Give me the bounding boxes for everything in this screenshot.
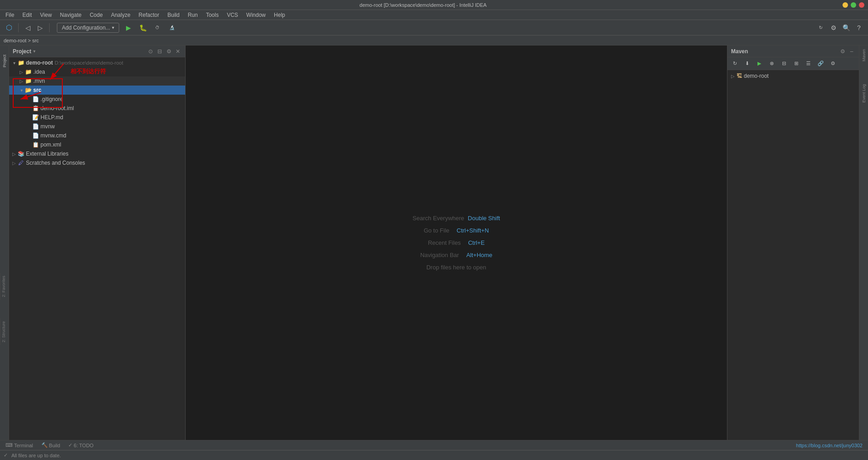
tree-item-mvnw[interactable]: 📄 mvnw bbox=[9, 122, 185, 131]
maven-download-button[interactable]: ⬇ bbox=[742, 58, 752, 69]
hint-shortcut-4: Alt+Home bbox=[466, 252, 492, 258]
forward-button[interactable]: ▷ bbox=[35, 22, 45, 33]
minimize-button[interactable] bbox=[843, 2, 848, 8]
maven-settings2-button[interactable]: ⚙ bbox=[828, 58, 838, 69]
menu-file[interactable]: File bbox=[2, 11, 18, 19]
maven-skip-button[interactable]: ⊗ bbox=[766, 58, 777, 69]
todo-tab[interactable]: ✓ 6: TODO bbox=[65, 441, 97, 450]
maven-root-item[interactable]: ▷ 🏗 demo-root bbox=[729, 72, 857, 80]
run-button[interactable]: ▶ bbox=[123, 22, 134, 33]
maven-minimize-button[interactable]: – bbox=[848, 48, 855, 55]
maven-tree: ▷ 🏗 demo-root bbox=[727, 70, 859, 440]
maven-settings-button[interactable]: ⚙ bbox=[839, 48, 846, 55]
status-msg: All files are up to date. bbox=[11, 453, 61, 458]
hint-shortcut-2: Ctrl+Shift+N bbox=[457, 227, 489, 234]
tree-item-idea[interactable]: ▷ 📁 .idea bbox=[9, 67, 185, 76]
file-icon-mvnw: 📄 bbox=[32, 123, 39, 130]
build-tab[interactable]: 🔨 Build bbox=[38, 441, 64, 450]
project-tab[interactable]: Project bbox=[1, 47, 8, 75]
terminal-icon: ⌨ bbox=[5, 442, 13, 448]
maven-link-button[interactable]: 🔗 bbox=[815, 58, 826, 69]
chevron-down-icon: ▾ bbox=[112, 25, 114, 30]
menu-navigate[interactable]: Navigate bbox=[56, 11, 85, 19]
tree-item-src[interactable]: ▾ 📂 src bbox=[9, 86, 185, 95]
status-left: ✓ All files are up to date. bbox=[4, 452, 61, 458]
tree-item-demo-root[interactable]: ▾ 📁 demo-root D:\workspace\demo\demo-roo… bbox=[9, 58, 185, 67]
maven-strip-tab[interactable]: Maven bbox=[862, 47, 866, 63]
maven-collapse-button[interactable]: ⊟ bbox=[778, 58, 789, 69]
right-strip: Maven Event Log bbox=[859, 45, 868, 440]
maven-run-button[interactable]: ▶ bbox=[754, 58, 765, 69]
profile-button[interactable]: ⏱ bbox=[152, 22, 163, 33]
editor-area[interactable]: Search Everywhere Double Shift Go to Fil… bbox=[186, 45, 727, 440]
favorites-strip[interactable]: 2: Favorites bbox=[0, 273, 8, 300]
maven-expand-button[interactable]: ⊞ bbox=[791, 58, 802, 69]
panel-collapse-button[interactable]: ⊟ bbox=[156, 48, 163, 55]
close-button[interactable] bbox=[859, 2, 864, 8]
update-project-button[interactable]: ↻ bbox=[815, 22, 826, 33]
maximize-button[interactable] bbox=[851, 2, 856, 8]
maven-root-arrow: ▷ bbox=[731, 74, 735, 79]
tree-item-mvnw-cmd[interactable]: 📄 mvnw.cmd bbox=[9, 131, 185, 140]
intellij-logo: ⬡ bbox=[4, 22, 15, 33]
settings-button[interactable]: ⚙ bbox=[828, 22, 839, 33]
panel-close-button[interactable]: ✕ bbox=[174, 48, 182, 55]
scratches-icon: 🖊 bbox=[17, 159, 25, 167]
url-text: https://blog.csdn.net/juny0302 bbox=[792, 443, 866, 448]
menu-window[interactable]: Window bbox=[242, 11, 269, 19]
panel-sync-button[interactable]: ⊙ bbox=[147, 48, 154, 55]
menu-help[interactable]: Help bbox=[270, 11, 289, 19]
menu-tools[interactable]: Tools bbox=[202, 11, 222, 19]
event-log-strip-tab[interactable]: Event Log bbox=[862, 82, 866, 105]
tree-item-scratches[interactable]: ▷ 🖊 Scratches and Consoles bbox=[9, 158, 185, 167]
hint-recent-files: Recent Files Ctrl+E bbox=[428, 239, 485, 246]
menu-analyze[interactable]: Analyze bbox=[107, 11, 134, 19]
hint-shortcut-3: Ctrl+E bbox=[468, 239, 484, 246]
menu-refactor[interactable]: Refactor bbox=[135, 11, 163, 19]
search-everywhere-button[interactable]: 🔍 bbox=[841, 22, 852, 33]
menu-code[interactable]: Code bbox=[86, 11, 106, 19]
folder-icon-idea: 📁 bbox=[25, 68, 32, 76]
menu-view[interactable]: View bbox=[36, 11, 56, 19]
maven-toolbar: ↻ ⬇ ▶ ⊗ ⊟ ⊞ ☰ 🔗 ⚙ bbox=[727, 57, 859, 70]
tree-arrow-src: ▾ bbox=[18, 88, 25, 93]
menu-vcs[interactable]: VCS bbox=[223, 11, 242, 19]
project-tree[interactable]: ▾ 📁 demo-root D:\workspace\demo\demo-roo… bbox=[9, 57, 185, 440]
terminal-label: Terminal bbox=[14, 443, 33, 448]
tree-item-help-md[interactable]: 📝 HELP.md bbox=[9, 113, 185, 122]
tree-label-pom: pom.xml bbox=[40, 142, 61, 148]
help-button[interactable]: ? bbox=[853, 22, 864, 33]
menu-build[interactable]: Build bbox=[164, 11, 183, 19]
menu-edit[interactable]: Edit bbox=[19, 11, 35, 19]
tree-item-mvn[interactable]: ▷ 📁 .mvn bbox=[9, 76, 185, 86]
debug-button[interactable]: 🐛 bbox=[137, 22, 148, 33]
maven-reload-button[interactable]: ↻ bbox=[729, 58, 740, 69]
file-icon-md: 📝 bbox=[32, 114, 39, 121]
maven-filter-button[interactable]: ☰ bbox=[803, 58, 814, 69]
structure-strip[interactable]: 2: Structure bbox=[0, 318, 8, 345]
tree-item-demo-root-iml[interactable]: 📋 demo-root.iml bbox=[9, 104, 185, 113]
folder-icon-mvn: 📁 bbox=[25, 77, 32, 85]
todo-label: 6: TODO bbox=[74, 443, 94, 448]
project-header: Project ▾ ⊙ ⊟ ⚙ ✕ bbox=[9, 45, 185, 57]
panel-settings-button[interactable]: ⚙ bbox=[165, 48, 172, 55]
hint-label-4: Navigation Bar bbox=[420, 252, 459, 258]
tree-item-gitignore[interactable]: 📄 .gitignore bbox=[9, 95, 185, 104]
menu-run[interactable]: Run bbox=[184, 11, 202, 19]
title-bar: demo-root [D:\workspace\demo\demo-root] … bbox=[0, 0, 868, 10]
bottom-tabs: ⌨ Terminal 🔨 Build ✓ 6: TODO https://blo… bbox=[0, 440, 868, 450]
toolbar: ⬡ ◁ ▷ Add Configuration... ▾ ▶ 🐛 ⏱ 🔬 ↻ ⚙… bbox=[0, 20, 868, 35]
tree-label-src: src bbox=[33, 87, 41, 93]
back-button[interactable]: ◁ bbox=[22, 22, 33, 33]
tree-path-demo-root: D:\workspace\demo\demo-root bbox=[55, 60, 123, 66]
hint-label-5: Drop files here to open bbox=[426, 264, 486, 271]
add-configuration-button[interactable]: Add Configuration... ▾ bbox=[57, 23, 119, 33]
tree-item-pom[interactable]: 📋 pom.xml bbox=[9, 140, 185, 149]
maven-root-icon: 🏗 bbox=[737, 73, 742, 79]
project-title-arrow: ▾ bbox=[33, 49, 35, 54]
breadcrumb-text: demo-root > src bbox=[4, 38, 39, 43]
coverage-button[interactable]: 🔬 bbox=[167, 22, 177, 33]
terminal-tab[interactable]: ⌨ Terminal bbox=[2, 441, 37, 450]
tree-item-ext-libs[interactable]: ▷ 📚 External Libraries bbox=[9, 149, 185, 158]
tree-label-idea: .idea bbox=[33, 69, 45, 75]
